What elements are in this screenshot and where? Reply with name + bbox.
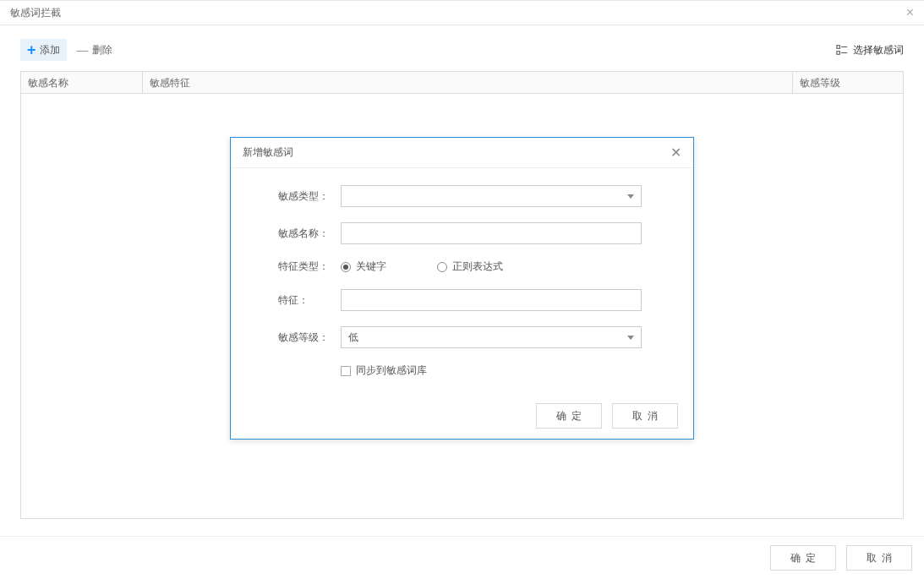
feature-input[interactable] <box>341 289 642 311</box>
radio-regex[interactable]: 正则表达式 <box>437 259 503 274</box>
toolbar: + 添加 — 删除 选择敏感词 <box>0 25 924 71</box>
feature-type-radio-group: 关键字 正则表达式 <box>341 259 668 274</box>
row-sensitive-level: 敏感等级： 低 <box>278 326 668 348</box>
sensitive-level-value: 低 <box>348 330 358 345</box>
sensitive-name-input[interactable] <box>341 222 642 244</box>
table-header: 敏感名称 敏感特征 敏感等级 <box>21 72 903 94</box>
page-title: 敏感词拦截 <box>10 6 61 20</box>
checkbox-icon <box>341 366 351 376</box>
chevron-down-icon <box>627 194 634 199</box>
modal-cancel-button[interactable]: 取消 <box>612 403 678 429</box>
radio-regex-label: 正则表达式 <box>452 259 503 274</box>
modal-footer: 确定 取消 <box>231 393 693 439</box>
plus-icon: + <box>27 42 36 57</box>
select-sensitive-button[interactable]: 选择敏感词 <box>836 43 904 57</box>
list-icon <box>836 44 848 56</box>
row-feature-type: 特征类型： 关键字 正则表达式 <box>278 259 668 274</box>
label-sensitive-name: 敏感名称： <box>278 227 341 241</box>
column-header-level[interactable]: 敏感等级 <box>793 72 903 93</box>
label-sensitive-level: 敏感等级： <box>278 330 341 345</box>
row-sensitive-name: 敏感名称： <box>278 222 668 244</box>
page-header: 敏感词拦截 × <box>0 0 924 25</box>
radio-icon <box>437 262 447 272</box>
page-close-icon[interactable]: × <box>906 5 914 20</box>
sensitive-type-select[interactable] <box>341 185 642 207</box>
page-cancel-button[interactable]: 取消 <box>846 545 912 571</box>
sensitive-level-select[interactable]: 低 <box>341 326 642 348</box>
label-sensitive-type: 敏感类型： <box>278 189 341 204</box>
column-header-name[interactable]: 敏感名称 <box>21 72 143 93</box>
sync-checkbox[interactable]: 同步到敏感词库 <box>341 363 668 378</box>
svg-rect-0 <box>837 46 840 49</box>
modal-body: 敏感类型： 敏感名称： 特征类型： 关键字 <box>231 168 693 393</box>
page-footer: 确定 取消 <box>0 536 924 579</box>
radio-keyword[interactable]: 关键字 <box>341 259 386 274</box>
column-header-feature[interactable]: 敏感特征 <box>143 72 793 93</box>
row-feature: 特征： <box>278 289 668 311</box>
modal-ok-button[interactable]: 确定 <box>536 403 602 429</box>
page-ok-button[interactable]: 确定 <box>770 545 836 571</box>
select-sensitive-label: 选择敏感词 <box>853 43 904 57</box>
row-sensitive-type: 敏感类型： <box>278 185 668 207</box>
radio-icon <box>341 262 351 272</box>
add-button-label: 添加 <box>40 43 60 57</box>
delete-button[interactable]: — 删除 <box>77 43 112 57</box>
label-feature-type: 特征类型： <box>278 259 341 274</box>
sync-checkbox-label: 同步到敏感词库 <box>356 363 427 378</box>
modal-title: 新增敏感词 <box>243 145 293 160</box>
minus-icon: — <box>77 43 89 57</box>
radio-keyword-label: 关键字 <box>356 259 386 274</box>
modal-header: 新增敏感词 ✕ <box>231 138 693 168</box>
svg-rect-1 <box>837 52 840 55</box>
toolbar-left: + 添加 — 删除 <box>20 39 112 61</box>
modal-close-icon[interactable]: ✕ <box>670 145 681 161</box>
add-sensitive-modal: 新增敏感词 ✕ 敏感类型： 敏感名称： 特征类型： <box>230 137 694 440</box>
chevron-down-icon <box>627 336 634 340</box>
add-button[interactable]: + 添加 <box>20 39 67 61</box>
delete-button-label: 删除 <box>92 43 112 57</box>
label-feature: 特征： <box>278 293 341 308</box>
